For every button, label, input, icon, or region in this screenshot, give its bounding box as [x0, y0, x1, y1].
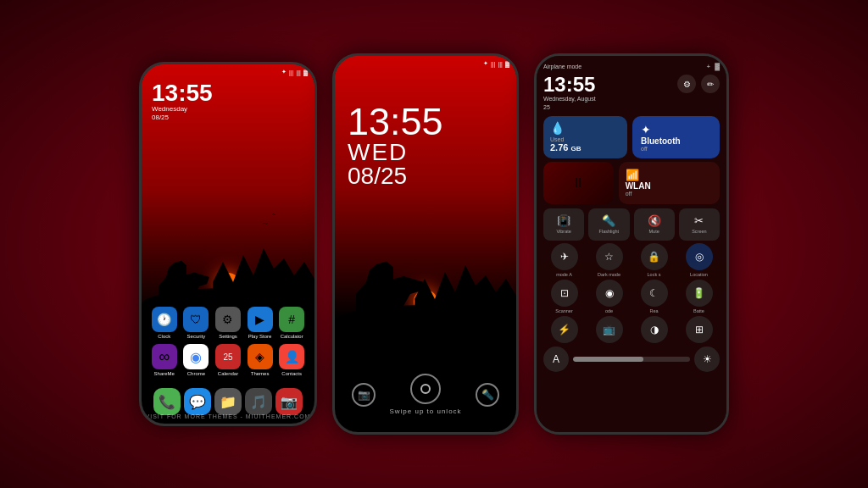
brightness-sun-btn[interactable]: ☀: [694, 347, 720, 372]
app-chrome[interactable]: ◉ Chrome: [183, 344, 209, 376]
p1-clock: 13:55: [152, 81, 213, 105]
reading-icon: ☾: [649, 287, 659, 299]
cp-date2: 25: [543, 103, 596, 112]
toggle-windows[interactable]: ⊞: [678, 316, 720, 343]
toggle-location[interactable]: ◎ Location: [678, 243, 720, 277]
airplane-mode-label: Airplane mode: [543, 64, 581, 69]
tiles-row-2: ⏸ 📶 WLAN off: [543, 162, 720, 204]
dock-music[interactable]: 🎵: [245, 388, 272, 415]
screenshot-btn[interactable]: ✂ Screen: [679, 208, 720, 241]
cast-icon: 📺: [603, 324, 615, 336]
wlan-label: WLAN: [626, 181, 713, 191]
toggle-row-2: ⊡ Scanner ◉ ode ☾ Rea 🔋 Batte: [543, 280, 720, 313]
scanner-icon: ⊡: [560, 287, 569, 299]
auto-label: A: [553, 353, 559, 365]
toggle-darkmode[interactable]: ☆ Dark mode: [588, 243, 630, 277]
security-label: Security: [187, 334, 206, 339]
cp-edit-icon[interactable]: ✏: [701, 75, 720, 93]
vibrate-btn[interactable]: 📳 Vibrate: [543, 208, 584, 241]
toggle-row-1: ✈ mode A ☆ Dark mode 🔒 Lock s ◎ Location: [543, 243, 720, 277]
playstore-label: Play Store: [248, 334, 272, 339]
p2-camera-btn[interactable]: 📷: [352, 383, 376, 407]
dock-messages[interactable]: 💬: [184, 388, 211, 415]
memory-tile[interactable]: 💧 Used 2.76 GB: [543, 116, 627, 158]
wlan-status: off: [626, 191, 713, 197]
p1-date: 08/25: [152, 114, 213, 122]
airplane-icon: ✈: [560, 251, 569, 263]
p2-flash-btn[interactable]: 🔦: [476, 383, 499, 407]
cp-date1: Wednesday, August: [543, 95, 596, 103]
security-icon: 🛡: [183, 307, 209, 332]
dock-files[interactable]: 📁: [214, 388, 242, 415]
p2-home-btn[interactable]: [410, 374, 441, 404]
phone3: Airplane mode +▓ 13:55 Wednesday, August…: [534, 53, 729, 435]
auto-brightness-btn[interactable]: A: [543, 347, 569, 372]
dock-camera[interactable]: 📷: [275, 388, 303, 415]
app-contacts[interactable]: 👤 Contacts: [279, 344, 304, 376]
trees-p2: [415, 258, 516, 326]
app-settings[interactable]: ⚙ Settings: [215, 307, 241, 339]
screenshot-icon: ✂: [694, 214, 704, 227]
cp-settings-icon[interactable]: ⚙: [677, 75, 696, 93]
cp-time-row: 13:55 Wednesday, August 25 ⚙ ✏: [543, 75, 720, 112]
lockscreen-icon: 🔒: [648, 251, 660, 263]
app-themes[interactable]: ◈ Themes: [248, 344, 273, 376]
app-security[interactable]: 🛡 Security: [183, 307, 209, 339]
bluetooth-tile[interactable]: ✦ Bluetooth off: [632, 116, 720, 158]
sun-icon: ☀: [703, 353, 712, 365]
toggle-invert[interactable]: ◑: [633, 316, 675, 343]
toggle-airplane[interactable]: ✈ mode A: [543, 243, 585, 277]
dock-phone[interactable]: 📞: [153, 388, 181, 415]
power-icon: ⚡: [558, 324, 570, 336]
cp-topbar: Airplane mode +▓: [543, 60, 720, 73]
status-bar-p2: ✦||||||▓: [335, 56, 516, 71]
flashlight-btn[interactable]: 🔦 Flashlight: [588, 208, 629, 241]
vibrate-label: Vibrate: [556, 229, 570, 234]
bluetooth-label: Bluetooth: [641, 136, 711, 146]
toggle-scanner[interactable]: ⊡ Scanner: [543, 280, 585, 313]
clock-label: Clock: [158, 334, 170, 339]
bluetooth-icon: ✦: [641, 123, 711, 136]
shareme-label: ShareMe: [154, 371, 175, 376]
chrome-label: Chrome: [187, 371, 205, 376]
app-calendar[interactable]: 25 Calendar: [215, 344, 241, 376]
status-icons-p2: ✦||||||▓: [483, 60, 509, 67]
p1-day: Wednesday: [152, 105, 213, 114]
cp-clock: 13:55: [543, 75, 596, 95]
cp-action-icons: ⚙ ✏: [677, 75, 720, 93]
settings-icon: ⚙: [215, 307, 241, 332]
control-panel: Airplane mode +▓ 13:55 Wednesday, August…: [537, 56, 726, 432]
app-row-1: 🕐 Clock 🛡 Security ⚙ Settings ▶ Play Sto…: [148, 307, 308, 339]
bird2: 〜: [272, 212, 276, 217]
vibrate-icon: 📳: [557, 214, 570, 227]
media-preview-tile[interactable]: ⏸: [543, 162, 614, 204]
calendar-icon: 25: [215, 344, 241, 369]
toggle-lockscreen[interactable]: 🔒 Lock s: [633, 243, 675, 277]
toggle-reading[interactable]: ☾ Rea: [633, 280, 675, 313]
memory-label: Used: [550, 136, 620, 142]
p2-bottom-bar: 📷 Swipe up to unlock 🔦: [335, 374, 516, 415]
toggle-cast[interactable]: 📺: [588, 316, 630, 343]
mute-label: Mute: [649, 229, 659, 234]
app-calculator[interactable]: # Calculator: [279, 307, 304, 339]
p2-time-widget: 13:55 WED 08/25: [348, 103, 443, 188]
app-clock[interactable]: 🕐 Clock: [152, 307, 177, 339]
location-icon: ◎: [695, 251, 704, 263]
contacts-icon: 👤: [279, 344, 304, 369]
brightness-slider[interactable]: [573, 357, 690, 362]
phone1: ✦||||||▓ 13:55 Wednesday 08/25 〜 〜 🕐 Clo…: [139, 62, 317, 426]
app-playstore[interactable]: ▶ Play Store: [248, 307, 273, 339]
toggle-mode[interactable]: ◉ ode: [588, 280, 630, 313]
status-icons-p1: ✦||||||▓: [281, 69, 308, 75]
memory-value: 2.76 GB: [550, 142, 620, 152]
chrome-icon: ◉: [183, 344, 209, 369]
app-shareme[interactable]: ∞ ShareMe: [152, 344, 177, 376]
wlan-tile[interactable]: 📶 WLAN off: [619, 162, 720, 204]
toggle-power[interactable]: ⚡: [543, 316, 585, 343]
tiles-row-1: 💧 Used 2.76 GB ✦ Bluetooth off: [543, 116, 720, 158]
mute-icon: 🔇: [648, 214, 661, 227]
memory-icon: 💧: [550, 121, 620, 135]
p2-day: WED: [348, 141, 443, 164]
toggle-battery[interactable]: 🔋 Batte: [678, 280, 720, 313]
mute-btn[interactable]: 🔇 Mute: [634, 208, 675, 241]
